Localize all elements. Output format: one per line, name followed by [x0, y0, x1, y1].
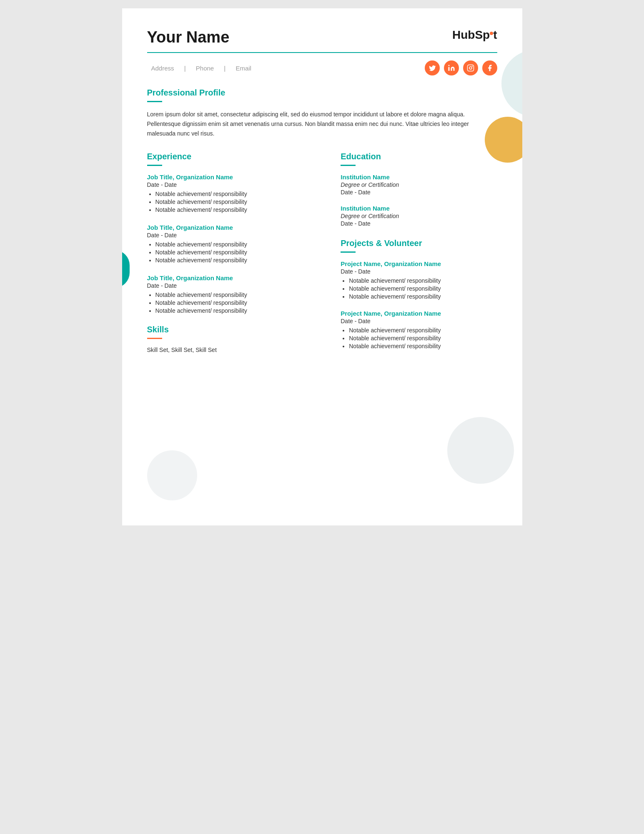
skills-text: Skill Set, Skill Set, Skill Set: [147, 347, 320, 353]
degree-2: Degree or Certification: [341, 213, 497, 219]
edu-entry-1: Institution Name Degree or Certification…: [341, 173, 497, 196]
instagram-icon[interactable]: [463, 60, 478, 75]
linkedin-icon[interactable]: [444, 60, 459, 75]
list-item: Notable achievement/ responsibility: [349, 285, 497, 292]
projects-underline: [341, 251, 356, 253]
header-divider: [147, 52, 497, 53]
hubspot-t: t: [493, 28, 497, 42]
header: Your Name HubSpt: [147, 28, 497, 46]
experience-title: Experience: [147, 152, 320, 161]
job-entry-3: Job Title, Organization Name Date - Date…: [147, 274, 320, 314]
education-title: Education: [341, 152, 497, 161]
hubspot-dot: [490, 32, 493, 35]
list-item: Notable achievement/ responsibility: [155, 241, 320, 248]
edu-date-2: Date - Date: [341, 220, 497, 227]
list-item: Notable achievement/ responsibility: [349, 293, 497, 300]
skills-title: Skills: [147, 325, 320, 334]
hubspot-logo: HubSpt: [452, 28, 497, 42]
profile-section: Professional Profile Lorem ipsum dolor s…: [147, 88, 497, 138]
svg-point-0: [448, 65, 449, 66]
list-item: Notable achievement/ responsibility: [155, 257, 320, 264]
project-bullets-2: Notable achievement/ responsibility Nota…: [341, 327, 497, 349]
phone: Phone: [196, 65, 214, 72]
profile-title: Professional Profile: [147, 88, 497, 98]
list-item: Notable achievement/ responsibility: [349, 343, 497, 349]
list-item: Notable achievement/ responsibility: [349, 335, 497, 342]
job-bullets-1: Notable achievement/ responsibility Nota…: [147, 191, 320, 213]
project-bullets-1: Notable achievement/ responsibility Nota…: [341, 277, 497, 300]
profile-body: Lorem ipsum dolor sit amet, consectetur …: [147, 110, 497, 138]
edu-date-1: Date - Date: [341, 189, 497, 196]
twitter-icon[interactable]: [425, 60, 440, 75]
email: Email: [236, 65, 251, 72]
list-item: Notable achievement/ responsibility: [349, 327, 497, 334]
resume-page: Your Name HubSpt Address | Phone | Email: [122, 8, 522, 525]
list-item: Notable achievement/ responsibility: [155, 307, 320, 314]
social-icons: [425, 60, 497, 75]
experience-section: Experience Job Title, Organization Name …: [147, 152, 320, 314]
project-title-2: Project Name, Organization Name: [341, 310, 497, 317]
job-bullets-3: Notable achievement/ responsibility Nota…: [147, 291, 320, 314]
right-column: Education Institution Name Degree or Cer…: [341, 152, 497, 359]
project-date-2: Date - Date: [341, 318, 497, 324]
hubspot-hub: Hub: [452, 28, 475, 42]
edu-entry-2: Institution Name Degree or Certification…: [341, 205, 497, 227]
deco-teal-circle: [501, 50, 522, 117]
skills-underline: [147, 338, 162, 339]
deco-gray-bottom-left: [147, 450, 197, 500]
job-date-2: Date - Date: [147, 232, 320, 239]
hubspot-sp: Sp: [475, 28, 490, 42]
project-title-1: Project Name, Organization Name: [341, 260, 497, 267]
facebook-icon[interactable]: [482, 60, 497, 75]
project-entry-2: Project Name, Organization Name Date - D…: [341, 310, 497, 349]
list-item: Notable achievement/ responsibility: [155, 198, 320, 205]
education-section: Education Institution Name Degree or Cer…: [341, 152, 497, 227]
sep1: |: [184, 65, 186, 72]
job-title-3: Job Title, Organization Name: [147, 274, 320, 281]
svg-point-2: [469, 67, 472, 69]
list-item: Notable achievement/ responsibility: [155, 206, 320, 213]
contact-info: Address | Phone | Email: [147, 65, 256, 72]
job-bullets-2: Notable achievement/ responsibility Nota…: [147, 241, 320, 264]
list-item: Notable achievement/ responsibility: [349, 277, 497, 284]
list-item: Notable achievement/ responsibility: [155, 299, 320, 306]
project-entry-1: Project Name, Organization Name Date - D…: [341, 260, 497, 300]
projects-section: Projects & Volunteer Project Name, Organ…: [341, 239, 497, 349]
job-title-1: Job Title, Organization Name: [147, 173, 320, 181]
left-column: Experience Job Title, Organization Name …: [147, 152, 320, 359]
projects-title: Projects & Volunteer: [341, 239, 497, 248]
list-item: Notable achievement/ responsibility: [155, 191, 320, 197]
candidate-name: Your Name: [147, 28, 230, 46]
two-column-layout: Experience Job Title, Organization Name …: [147, 152, 497, 359]
project-date-1: Date - Date: [341, 268, 497, 275]
svg-point-3: [472, 66, 473, 67]
job-date-3: Date - Date: [147, 282, 320, 289]
profile-underline: [147, 101, 162, 102]
address: Address: [151, 65, 174, 72]
degree-1: Degree or Certification: [341, 181, 497, 188]
sep2: |: [224, 65, 226, 72]
deco-gray-bottom-right: [447, 417, 514, 484]
institution-name-1: Institution Name: [341, 173, 497, 181]
contact-row: Address | Phone | Email: [147, 60, 497, 75]
job-title-2: Job Title, Organization Name: [147, 224, 320, 231]
job-entry-2: Job Title, Organization Name Date - Date…: [147, 224, 320, 264]
svg-rect-1: [467, 65, 474, 71]
list-item: Notable achievement/ responsibility: [155, 249, 320, 256]
list-item: Notable achievement/ responsibility: [155, 291, 320, 298]
job-entry-1: Job Title, Organization Name Date - Date…: [147, 173, 320, 213]
skills-section: Skills Skill Set, Skill Set, Skill Set: [147, 325, 320, 353]
education-underline: [341, 165, 356, 166]
experience-underline: [147, 165, 162, 166]
deco-teal-left: [122, 250, 130, 288]
job-date-1: Date - Date: [147, 181, 320, 188]
institution-name-2: Institution Name: [341, 205, 497, 212]
